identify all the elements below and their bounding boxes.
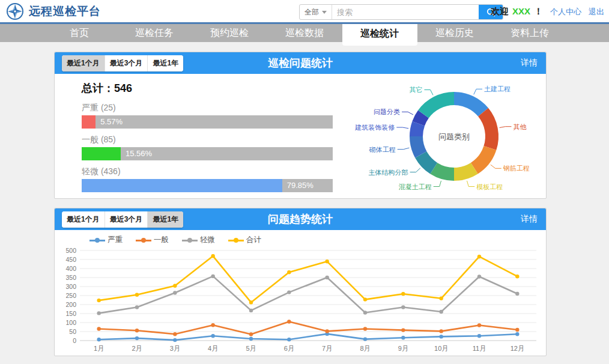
data-point[interactable] [477,323,481,327]
problem-stats-time-filters: 最近1个月 最近3个月 最近1年 [62,55,183,71]
problem-stats-detail-link[interactable]: 详情 [521,58,538,68]
data-point[interactable] [401,328,405,332]
filter-last-1-year[interactable]: 最近1年 [148,211,183,228]
data-point[interactable] [211,323,214,327]
legend-item-general[interactable]: 一般 [136,235,169,245]
data-point[interactable] [135,329,139,332]
donut-center-label: 问题类别 [438,132,470,141]
donut-segment-label: 主体结构分部 [369,169,408,176]
data-point[interactable] [401,292,405,296]
data-point[interactable] [477,255,481,258]
legend-label: 轻微 [200,235,215,245]
nav-item-inspection-history[interactable]: 巡检历史 [417,24,492,42]
profile-link[interactable]: 个人中心 [550,7,581,17]
data-point[interactable] [97,327,100,330]
data-point[interactable] [325,259,329,263]
x-axis-tick-label: 3月 [170,345,180,352]
data-point[interactable] [97,338,100,341]
data-point[interactable] [439,335,443,338]
filter-last-1-month[interactable]: 最近1个月 [62,211,105,228]
bar-label-serious: 严重 (25) [82,103,333,114]
y-axis-tick-label: 450 [65,256,76,263]
data-point[interactable] [515,332,519,336]
data-point[interactable] [287,270,291,274]
donut-label-line [398,148,410,149]
x-axis-tick-label: 10月 [434,345,448,352]
data-point[interactable] [363,327,367,330]
data-point[interactable] [477,275,481,278]
data-point[interactable] [135,336,139,340]
filter-last-3-months[interactable]: 最近3个月 [105,55,148,71]
y-axis-tick-label: 350 [65,274,76,281]
data-point[interactable] [287,290,291,294]
data-point[interactable] [249,309,253,312]
donut-segment[interactable] [478,108,498,150]
trend-stats-detail-link[interactable]: 详情 [521,214,538,225]
trend-stats-body: 严重 一般 轻微 合计 0501001502002503003 [55,230,546,356]
donut-segment-label: 钢筋工程 [503,165,530,172]
data-point[interactable] [249,337,253,341]
data-point[interactable] [477,334,481,338]
data-point[interactable] [135,305,139,309]
filter-last-3-months[interactable]: 最近3个月 [105,211,148,228]
total-value: 546 [114,82,132,94]
nav-item-inspection-tasks[interactable]: 巡检任务 [117,24,192,42]
donut-label-line [474,89,482,94]
data-point[interactable] [439,297,443,300]
data-point[interactable] [363,337,367,341]
problem-stats-panel: 最近1个月 最近3个月 最近1年 巡检问题统计 详情 总计：546 严重 (25… [54,52,547,199]
data-point[interactable] [439,310,443,314]
data-point[interactable] [363,297,367,301]
problem-category-donut-chart[interactable]: 土建工程其他钢筋工程模板工程混凝土工程主体结构分部砌体工程建筑装饰装修问题分类其… [337,74,547,198]
legend-item-total[interactable]: 合计 [228,235,261,245]
donut-segment-label: 砌体工程 [369,146,396,153]
nav-item-upload[interactable]: 资料上传 [492,24,568,42]
severity-bar-serious: 严重 (25) 5.57% [82,103,333,129]
data-point[interactable] [287,338,291,341]
data-point[interactable] [325,329,329,333]
donut-label-line [402,112,413,115]
legend-item-minor[interactable]: 轻微 [182,235,215,245]
filter-last-1-year[interactable]: 最近1年 [148,55,183,71]
data-point[interactable] [135,293,139,297]
data-point[interactable] [173,284,177,288]
y-axis-tick-label: 150 [65,310,76,317]
data-point[interactable] [211,254,214,258]
nav-item-inspection-stats[interactable]: 巡检统计 [342,24,417,46]
donut-segment-label: 建筑装饰装修 [354,124,395,131]
data-point[interactable] [439,329,443,333]
logout-link[interactable]: 退出 [589,7,604,17]
data-point[interactable] [401,305,405,309]
search-input[interactable] [332,5,479,19]
data-point[interactable] [249,300,253,304]
welcome-text: 欢迎 [491,6,509,17]
donut-label-line [491,165,501,168]
data-point[interactable] [97,311,100,315]
filter-last-1-month[interactable]: 最近1个月 [62,55,105,71]
trend-line-一般 [99,322,518,335]
data-point[interactable] [211,275,214,278]
data-point[interactable] [515,275,519,278]
search-category-dropdown[interactable]: 全部 [300,5,332,19]
data-point[interactable] [249,332,253,336]
data-point[interactable] [515,292,519,296]
data-point[interactable] [173,338,177,342]
data-point[interactable] [97,299,100,302]
data-point[interactable] [173,332,177,336]
main-nav: 首页 巡检任务 预约巡检 巡检数据 巡检统计 巡检历史 资料上传 [0,24,609,42]
nav-item-home[interactable]: 首页 [42,24,117,42]
data-point[interactable] [401,336,405,339]
data-point[interactable] [287,320,291,323]
legend-item-serious[interactable]: 严重 [89,235,123,245]
donut-segment[interactable] [418,92,454,118]
problem-trend-line-chart[interactable]: 0501001502002503003504004505001月2月3月4月5月… [59,246,542,354]
nav-item-appointment[interactable]: 预约巡检 [192,24,267,42]
data-point[interactable] [173,291,177,294]
data-point[interactable] [363,311,367,314]
legend-label: 合计 [246,235,261,245]
x-axis-tick-label: 5月 [246,345,256,352]
data-point[interactable] [325,276,329,279]
nav-item-inspection-data[interactable]: 巡检数据 [267,24,342,42]
data-point[interactable] [515,328,519,332]
data-point[interactable] [211,334,214,338]
